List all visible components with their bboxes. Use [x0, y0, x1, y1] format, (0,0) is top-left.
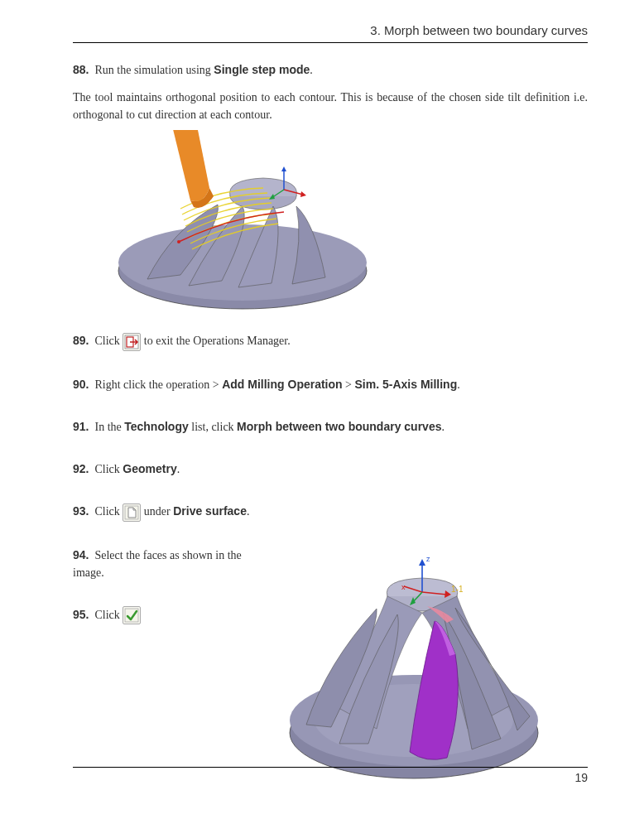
step-number: 91.: [73, 420, 89, 433]
svg-text:1-1: 1-1: [451, 585, 464, 594]
step-number: 95.: [73, 608, 89, 621]
svg-marker-19: [419, 559, 425, 566]
step-number: 94.: [73, 548, 89, 561]
step-mid: list, click: [189, 421, 237, 433]
svg-point-1: [118, 224, 367, 301]
svg-marker-5: [281, 166, 286, 171]
step-number: 88.: [73, 63, 89, 76]
step-text: Run the simulation using: [94, 64, 214, 76]
step-number: 92.: [73, 462, 89, 475]
step-bold: Technology: [124, 420, 189, 433]
step-text: Click: [94, 463, 123, 475]
exit-icon: [123, 333, 141, 351]
svg-text:z: z: [426, 555, 430, 563]
step-88: 88. Run the simulation using Single step…: [73, 61, 588, 79]
step-text: Select the faces as shown in the image.: [73, 549, 242, 579]
chapter-header: 3. Morph between two boundary curves: [73, 23, 588, 43]
step-text: Click: [94, 505, 123, 518]
step-93: 93. Click under Drive surface.: [73, 503, 588, 522]
step-bold-2: Sim. 5-Axis Milling: [355, 378, 458, 391]
two-column-section: 94. Select the faces as shown in the ima…: [73, 547, 588, 790]
step-number: 90.: [73, 378, 89, 391]
step-bold-2: Morph between two boundary curves: [237, 420, 441, 433]
step-bold: Add Milling Operation: [222, 378, 342, 391]
new-document-icon: [123, 503, 141, 522]
figure-impeller-tool: [98, 130, 588, 316]
svg-point-3: [177, 240, 180, 243]
page-footer: 19: [73, 767, 588, 784]
step-90: 90. Right click the operation > Add Mill…: [73, 376, 588, 393]
step-91: 91. In the Technology list, click Morph …: [73, 418, 588, 436]
step-mid: >: [343, 378, 355, 391]
step-suffix: .: [310, 64, 313, 76]
step-suffix: .: [247, 505, 250, 518]
step-bold: Drive surface: [173, 504, 247, 518]
step-number: 93.: [73, 504, 89, 518]
step-bold: Single step mode: [214, 63, 310, 76]
figure-impeller-faces: z x 1-1: [281, 547, 588, 790]
step-mid: under: [141, 505, 173, 518]
step-text: Click: [94, 335, 123, 347]
checkmark-icon: [123, 606, 141, 624]
step-95: 95. Click: [73, 606, 272, 625]
step-suffix: .: [441, 421, 445, 433]
step-suffix: .: [457, 378, 460, 391]
step-suffix: to exit the Operations Manager.: [141, 335, 290, 347]
step-number: 89.: [73, 334, 89, 347]
step-suffix: .: [177, 463, 180, 475]
svg-marker-7: [300, 191, 306, 197]
step-text: Right click the operation >: [94, 378, 222, 391]
step-text: Click: [94, 609, 123, 621]
step-94: 94. Select the faces as shown in the ima…: [73, 547, 272, 581]
step-89: 89. Click to exit the Operations Manager…: [73, 332, 588, 351]
page: 3. Morph between two boundary curves 88.…: [0, 0, 644, 819]
step-bold: Geometry: [123, 462, 176, 475]
step-92: 92. Click Geometry.: [73, 460, 588, 478]
page-number: 19: [574, 771, 588, 784]
step-text: In the: [94, 421, 124, 433]
step-88-paragraph: The tool maintains orthogonal position t…: [73, 89, 588, 123]
